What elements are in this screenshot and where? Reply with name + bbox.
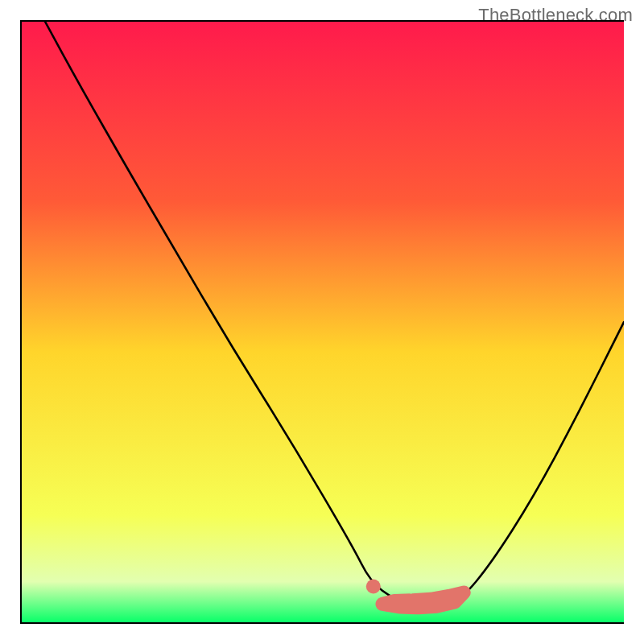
gradient-background: [20, 20, 624, 624]
plot-area: [20, 20, 624, 624]
chart-svg: [20, 20, 624, 624]
valley-highlight-left-dot: [366, 580, 381, 594]
chart-root: TheBottleneck.com: [0, 0, 644, 644]
valley-highlight-band: [382, 592, 464, 608]
